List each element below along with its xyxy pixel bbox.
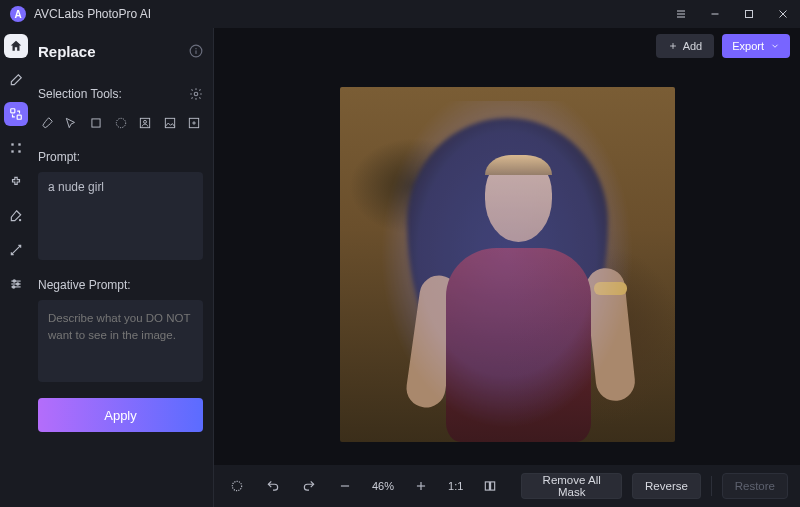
zoom-out-icon[interactable]	[334, 475, 356, 497]
svg-rect-36	[486, 482, 490, 490]
restore-button[interactable]: Restore	[722, 473, 788, 499]
svg-point-25	[116, 118, 125, 127]
prompt-input[interactable]	[38, 172, 203, 260]
svg-rect-28	[165, 118, 174, 127]
apply-button[interactable]: Apply	[38, 398, 203, 432]
main-area: Add Export	[214, 28, 800, 507]
viewer-tools: 46% 1:1	[226, 475, 501, 497]
reset-view-icon[interactable]	[226, 475, 248, 497]
zoom-value: 46%	[370, 480, 396, 492]
negative-prompt-input[interactable]	[38, 300, 203, 382]
rail-eraser-icon[interactable]	[4, 68, 28, 92]
svg-point-13	[19, 219, 21, 221]
rail-sliders-icon[interactable]	[4, 272, 28, 296]
negative-prompt-label: Negative Prompt:	[38, 278, 203, 292]
chevron-down-icon	[770, 41, 780, 51]
one-to-one-button[interactable]: 1:1	[446, 480, 465, 492]
marquee-tool-icon[interactable]	[87, 114, 105, 132]
export-label: Export	[732, 40, 764, 52]
svg-point-18	[17, 283, 19, 285]
side-panel: Replace Selection Tools: Prompt: Negativ…	[32, 28, 214, 507]
gear-icon[interactable]	[189, 87, 203, 101]
bottom-bar: 46% 1:1 Remove All Mask Reverse Restore	[214, 465, 800, 507]
svg-point-17	[13, 280, 15, 282]
selection-tools	[38, 114, 203, 132]
svg-rect-7	[11, 109, 15, 113]
ellipse-tool-icon[interactable]	[112, 114, 130, 132]
maximize-icon[interactable]	[734, 0, 764, 28]
background-tool-icon[interactable]	[161, 114, 179, 132]
svg-point-27	[144, 120, 147, 123]
tool-rail	[0, 28, 32, 507]
reverse-button[interactable]: Reverse	[632, 473, 701, 499]
brush-tool-icon[interactable]	[38, 114, 56, 132]
compare-icon[interactable]	[479, 475, 501, 497]
close-icon[interactable]	[768, 0, 798, 28]
titlebar: A AVCLabs PhotoPro AI	[0, 0, 800, 28]
svg-rect-8	[17, 115, 21, 119]
rail-puzzle-icon[interactable]	[4, 170, 28, 194]
minimize-icon[interactable]	[700, 0, 730, 28]
rail-expand-icon[interactable]	[4, 136, 28, 160]
plus-icon	[668, 41, 678, 51]
canvas-image	[340, 87, 675, 442]
info-icon[interactable]	[189, 44, 203, 58]
rail-home-icon[interactable]	[4, 34, 28, 58]
svg-point-19	[13, 286, 15, 288]
selection-tools-label: Selection Tools:	[38, 87, 189, 101]
divider	[711, 476, 712, 496]
canvas-viewport[interactable]	[214, 64, 800, 465]
app-title: AVCLabs PhotoPro AI	[34, 7, 666, 21]
svg-rect-22	[195, 50, 196, 54]
subject-tool-icon[interactable]	[136, 114, 154, 132]
svg-rect-10	[18, 143, 20, 145]
export-button[interactable]: Export	[722, 34, 790, 58]
svg-rect-11	[11, 150, 13, 152]
lasso-tool-icon[interactable]	[63, 114, 81, 132]
app-logo: A	[10, 6, 26, 22]
svg-rect-24	[92, 119, 100, 127]
svg-point-23	[194, 92, 198, 96]
zoom-in-icon[interactable]	[410, 475, 432, 497]
menu-icon[interactable]	[666, 0, 696, 28]
svg-point-21	[195, 48, 196, 49]
add-button[interactable]: Add	[656, 34, 715, 58]
prompt-label: Prompt:	[38, 150, 203, 164]
feature-title: Replace	[38, 43, 189, 60]
svg-rect-37	[491, 482, 495, 490]
remove-mask-button[interactable]: Remove All Mask	[521, 473, 622, 499]
svg-rect-12	[18, 150, 20, 152]
svg-rect-9	[11, 143, 13, 145]
redo-icon[interactable]	[298, 475, 320, 497]
svg-rect-4	[746, 11, 753, 18]
add-sel-tool-icon[interactable]	[185, 114, 203, 132]
window-controls	[666, 0, 798, 28]
rail-replace-icon[interactable]	[4, 102, 28, 126]
rail-fill-icon[interactable]	[4, 204, 28, 228]
undo-icon[interactable]	[262, 475, 284, 497]
svg-point-32	[232, 481, 241, 490]
add-label: Add	[683, 40, 703, 52]
rail-scale-icon[interactable]	[4, 238, 28, 262]
top-actions: Add Export	[214, 28, 800, 64]
